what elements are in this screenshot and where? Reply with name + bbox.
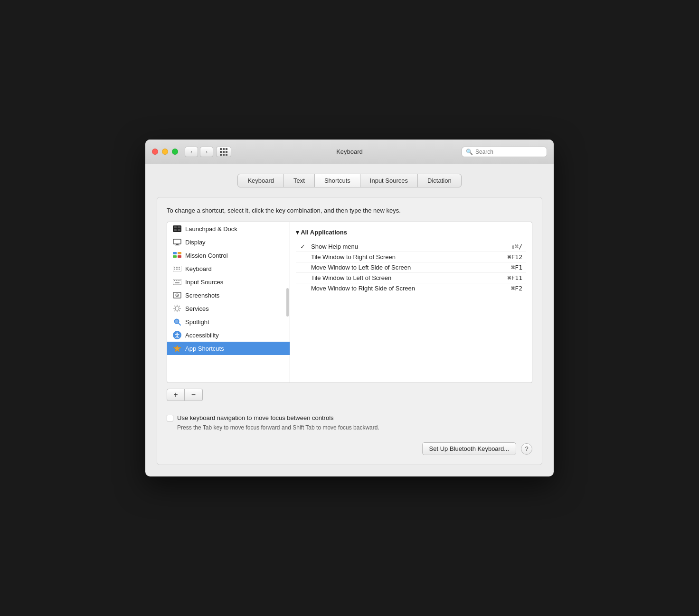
search-icon: 🔍 (466, 149, 473, 155)
move-right-key: ⌘F2 (511, 285, 526, 292)
screenshots-icon (173, 291, 181, 299)
all-apps-label: ▾ All Applications (296, 229, 347, 236)
svg-rect-4 (178, 229, 180, 231)
all-apps-header: ▾ All Applications (296, 227, 526, 238)
svg-point-27 (177, 295, 178, 296)
bluetooth-keyboard-button[interactable]: Set Up Bluetooth Keyboard... (422, 442, 516, 455)
mission-control-icon (173, 251, 181, 260)
svg-rect-16 (174, 269, 175, 270)
nav-checkbox-label: Use keyboard navigation to move focus be… (177, 414, 334, 421)
sidebar-item-input-sources[interactable]: Input Sources (167, 275, 290, 289)
launchpad-icon (173, 224, 181, 233)
nav-sublabel: Press the Tab key to move focus forward … (167, 424, 532, 431)
sidebar-item-mission-control[interactable]: Mission Control (167, 249, 290, 262)
show-help-label: Show Help menu (309, 243, 511, 250)
services-icon (173, 304, 181, 313)
sidebar-label-launchpad: Launchpad & Dock (185, 225, 237, 233)
sidebar-item-app-shortcuts[interactable]: App Shortcuts (167, 342, 290, 355)
tile-right-key: ⌘F12 (508, 253, 526, 261)
search-box[interactable]: 🔍 (462, 147, 547, 157)
shortcut-row-move-left[interactable]: Move Window to Left Side of Screen ⌘F1 (296, 262, 526, 273)
svg-point-28 (175, 307, 179, 310)
app-shortcuts-icon (173, 344, 181, 353)
tile-left-key: ⌘F11 (508, 274, 526, 281)
instruction-text: To change a shortcut, select it, click t… (167, 207, 532, 214)
svg-rect-18 (179, 269, 180, 270)
move-right-label: Move Window to Right Side of Screen (309, 285, 511, 292)
move-left-key: ⌘F1 (511, 264, 526, 271)
sidebar-item-services[interactable]: Services (167, 302, 290, 315)
sidebar-label-keyboard: Keyboard (185, 265, 212, 272)
tile-left-label: Tile Window to Left of Screen (309, 274, 508, 281)
footer-section: Use keyboard navigation to move focus be… (167, 414, 532, 431)
svg-rect-6 (176, 244, 179, 245)
sidebar-label-spotlight: Spotlight (185, 318, 209, 326)
grid-icon (220, 148, 227, 156)
svg-rect-21 (176, 280, 177, 281)
input-sources-icon (173, 278, 181, 286)
add-remove-buttons: + − (167, 389, 532, 401)
tab-dictation[interactable]: Dictation (417, 174, 462, 187)
tile-right-label: Tile Window to Right of Screen (309, 253, 508, 261)
minimize-button[interactable] (162, 149, 168, 155)
panels-row: Launchpad & Dock Display M (167, 222, 532, 383)
search-input[interactable] (475, 149, 543, 155)
shortcut-row-tile-left[interactable]: Tile Window to Left of Screen ⌘F11 (296, 273, 526, 283)
svg-rect-17 (176, 269, 178, 270)
add-shortcut-button[interactable]: + (167, 389, 185, 401)
move-left-label: Move Window to Left Side of Screen (309, 264, 511, 271)
svg-rect-14 (176, 267, 178, 268)
svg-rect-20 (174, 280, 175, 281)
nav-checkbox-row: Use keyboard navigation to move focus be… (167, 414, 532, 421)
accessibility-icon (173, 331, 181, 339)
svg-rect-13 (174, 267, 175, 268)
shortcut-row-show-help[interactable]: ✓ Show Help menu ⇧⌘/ (296, 242, 526, 252)
close-button[interactable] (152, 149, 158, 155)
shortcut-row-tile-right[interactable]: Tile Window to Right of Screen ⌘F12 (296, 252, 526, 262)
main-window: ‹ › Keyboard 🔍 Keyboard Text Shortcuts I… (145, 140, 554, 476)
help-button[interactable]: ? (521, 443, 532, 455)
svg-marker-34 (173, 345, 181, 352)
sidebar-item-launchpad[interactable]: Launchpad & Dock (167, 222, 290, 235)
svg-rect-3 (174, 229, 177, 231)
remove-shortcut-button[interactable]: − (185, 389, 203, 401)
checkbox-checked-icon: ✓ (300, 243, 305, 250)
tab-text[interactable]: Text (283, 174, 315, 187)
sidebar-item-display[interactable]: Display (167, 235, 290, 249)
spotlight-icon (173, 317, 181, 326)
svg-rect-10 (173, 255, 177, 258)
svg-rect-5 (173, 239, 181, 244)
tab-input-sources[interactable]: Input Sources (360, 174, 418, 187)
shortcut-row-move-right[interactable]: Move Window to Right Side of Screen ⌘F2 (296, 283, 526, 293)
sidebar-label-services: Services (185, 305, 209, 312)
sidebar-item-spotlight[interactable]: Spotlight (167, 315, 290, 328)
svg-rect-7 (175, 245, 179, 245)
nav-checkbox[interactable] (167, 415, 173, 421)
svg-rect-15 (179, 267, 180, 268)
display-icon (173, 238, 181, 246)
back-button[interactable]: ‹ (185, 147, 198, 157)
maximize-button[interactable] (172, 149, 178, 155)
nav-buttons: ‹ › (185, 147, 213, 157)
svg-rect-2 (178, 226, 180, 228)
back-icon: ‹ (190, 149, 192, 155)
forward-button[interactable]: › (200, 147, 213, 157)
grid-button[interactable] (216, 147, 231, 157)
show-help-key: ⇧⌘/ (511, 243, 526, 250)
scrollbar[interactable] (286, 288, 289, 317)
tabs-bar: Keyboard Text Shortcuts Input Sources Di… (157, 174, 542, 187)
show-help-checkbox[interactable]: ✓ (296, 243, 309, 250)
sidebar-item-screenshots[interactable]: Screenshots (167, 289, 290, 302)
tab-shortcuts[interactable]: Shortcuts (314, 174, 360, 187)
bottom-bar: Set Up Bluetooth Keyboard... ? (167, 442, 532, 455)
svg-rect-24 (175, 282, 179, 283)
svg-rect-9 (178, 252, 181, 254)
svg-rect-19 (173, 279, 181, 285)
window-title: Keyboard (336, 148, 363, 155)
svg-rect-22 (178, 280, 179, 281)
sidebar-item-keyboard[interactable]: Keyboard (167, 262, 290, 275)
sidebar-label-accessibility: Accessibility (185, 332, 219, 339)
tab-keyboard[interactable]: Keyboard (237, 174, 284, 187)
svg-point-33 (177, 333, 178, 334)
sidebar-item-accessibility[interactable]: Accessibility (167, 328, 290, 342)
